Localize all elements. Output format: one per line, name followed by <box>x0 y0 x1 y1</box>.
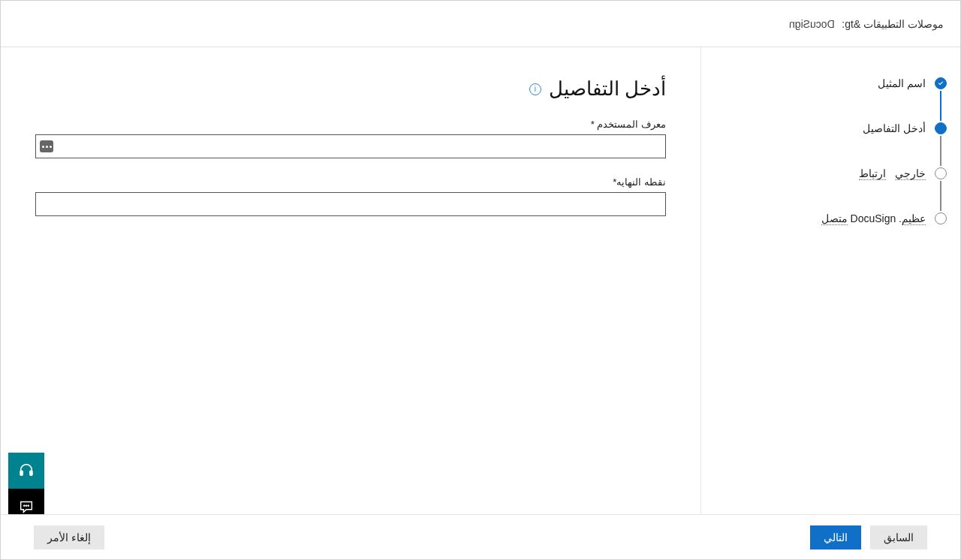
svg-point-3 <box>26 505 27 507</box>
breadcrumb-app-name: DocuSign <box>789 18 835 30</box>
footer: السابق التالي إلغاء الأمر <box>1 514 960 559</box>
step-instance-name[interactable]: اسم المثيل <box>715 77 947 122</box>
step-label: أدخل التفاصيل <box>863 122 926 134</box>
step-label: عظيم. DocuSign متصل <box>821 212 926 225</box>
svg-rect-0 <box>20 471 23 475</box>
endpoint-label: نقطه النهايه* <box>35 176 666 188</box>
step-enter-details[interactable]: أدخل التفاصيل <box>715 122 947 167</box>
step-connected[interactable]: عظيم. DocuSign متصل <box>715 212 947 257</box>
user-id-group: معرف المستخدم * <box>35 119 666 158</box>
steps-sidebar: اسم المثيل أدخل التفاصيل خارجي ارتباط عظ… <box>700 47 960 559</box>
circle-filled-icon <box>935 122 947 134</box>
cancel-button[interactable]: إلغاء الأمر <box>34 525 104 549</box>
step-label: خارجي ارتباط <box>859 167 926 180</box>
svg-point-4 <box>28 505 29 507</box>
next-button[interactable]: التالي <box>810 525 861 549</box>
headset-support-button[interactable] <box>8 453 44 489</box>
previous-button[interactable]: السابق <box>870 525 927 549</box>
endpoint-group: نقطه النهايه* <box>35 176 666 216</box>
step-label: اسم المثيل <box>878 77 926 89</box>
circle-empty-icon <box>935 167 947 179</box>
breadcrumb-section: موصلات التطبيقات &gt: <box>842 18 944 30</box>
user-id-label: معرف المستخدم * <box>35 119 666 130</box>
main-content: أدخل التفاصيل i معرف المستخدم * نقطه الن… <box>1 47 700 559</box>
page-title: أدخل التفاصيل <box>549 77 666 101</box>
svg-rect-1 <box>30 471 33 475</box>
password-reveal-icon[interactable] <box>40 140 53 152</box>
user-id-input[interactable] <box>35 134 666 158</box>
svg-point-2 <box>23 505 25 507</box>
breadcrumb: موصلات التطبيقات &gt: DocuSign <box>789 18 944 30</box>
circle-empty-icon <box>935 212 947 224</box>
step-external-link[interactable]: خارجي ارتباط <box>715 167 947 212</box>
check-icon <box>935 77 947 89</box>
header: موصلات التطبيقات &gt: DocuSign <box>1 1 960 47</box>
endpoint-input[interactable] <box>35 192 666 216</box>
info-icon[interactable]: i <box>529 83 541 95</box>
